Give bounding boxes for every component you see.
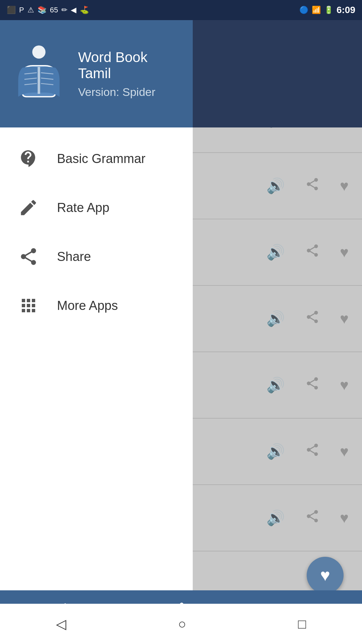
number-icon: 65: [50, 6, 58, 14]
book-logo-svg: [14, 43, 64, 105]
bluetooth-icon: 🔵: [299, 6, 308, 14]
status-bar: ⬛ P ⚠ 📚 65 ✏ ◀ ⛳ 🔵 📶 🔋 6:09: [0, 0, 362, 20]
grammar-icon: [17, 147, 40, 170]
navigation-drawer: Word Book Tamil Version: Spider Basic Gr…: [0, 20, 193, 644]
grammar-icon-svg: [18, 149, 39, 169]
battery-icon: 🔋: [324, 6, 333, 14]
heart-icon-4: ♥: [340, 244, 349, 261]
top-right-overlay: [193, 20, 362, 127]
book-icon: 📚: [38, 6, 47, 14]
recents-button[interactable]: □: [298, 616, 306, 632]
fab-heart-icon: ♥: [320, 566, 330, 585]
share-icon-8: [305, 509, 320, 527]
status-bar-right: 🔵 📶 🔋 6:09: [299, 5, 355, 15]
share-icon-7: [305, 442, 320, 461]
volume-icon-6: 🔊: [266, 376, 285, 394]
edit-icon: ✏: [61, 6, 67, 14]
menu-item-share[interactable]: Share: [0, 232, 193, 281]
volume-icon-5: 🔊: [266, 310, 285, 327]
share-menu-icon-svg: [18, 247, 39, 267]
volume-icon-8: 🔊: [266, 509, 285, 527]
warning-icon: ⚠: [27, 6, 34, 14]
status-icons-left: ⬛ P ⚠ 📚 65 ✏ ◀ ⛳: [7, 6, 89, 14]
volume-icon-4: 🔊: [266, 244, 285, 261]
heart-icon-6: ♥: [340, 377, 349, 393]
menu-label-rate-app: Rate App: [57, 201, 109, 215]
app-logo: [13, 40, 65, 107]
app-title: Word Book Tamil: [78, 49, 179, 82]
rate-icon: [17, 196, 40, 219]
heart-icon-8: ♥: [340, 509, 349, 526]
menu-label-share: Share: [57, 250, 91, 264]
rate-icon-svg: [18, 198, 39, 218]
heart-icon-5: ♥: [340, 310, 349, 327]
menu-item-basic-grammar[interactable]: Basic Grammar: [0, 134, 193, 183]
apps-menu-icon: [17, 294, 40, 317]
status-time: 6:09: [337, 5, 355, 15]
fab-favorite-button[interactable]: ♥: [307, 557, 344, 594]
drawer-menu: Basic Grammar Rate App Share: [0, 127, 193, 644]
home-button[interactable]: ○: [178, 616, 186, 632]
system-nav: ◁ ○ □: [0, 604, 362, 644]
svg-rect-1: [38, 67, 40, 94]
menu-item-more-apps[interactable]: More Apps: [0, 281, 193, 330]
arrow-icon: ◀: [71, 6, 76, 14]
signal-icon: 📶: [312, 6, 321, 14]
share-menu-icon: [17, 245, 40, 268]
drawer-header: Word Book Tamil Version: Spider: [0, 20, 193, 127]
back-button[interactable]: ◁: [56, 616, 66, 632]
heart-icon-3: ♥: [340, 177, 349, 194]
share-icon-6: [305, 376, 320, 394]
share-icon-5: [305, 310, 320, 328]
share-icon-4: [305, 243, 320, 261]
app-info: Word Book Tamil Version: Spider: [78, 49, 179, 99]
notification-icon: ⬛: [7, 6, 16, 14]
heart-icon-7: ♥: [340, 443, 349, 460]
flag-icon: ⛳: [80, 6, 89, 14]
parental-icon: P: [19, 6, 24, 14]
share-icon-3: [305, 177, 320, 195]
menu-label-more-apps: More Apps: [57, 299, 118, 313]
volume-icon-3: 🔊: [266, 177, 285, 195]
main-container: 🔊 ♥ 🔊 ♥ 🔊 ♥ 🔊 ♥: [0, 20, 362, 644]
svg-point-0: [33, 45, 46, 58]
menu-item-rate-app[interactable]: Rate App: [0, 183, 193, 232]
app-version: Version: Spider: [78, 86, 179, 99]
volume-icon-7: 🔊: [266, 443, 285, 460]
apps-menu-icon-svg: [18, 296, 39, 316]
menu-label-basic-grammar: Basic Grammar: [57, 152, 145, 166]
